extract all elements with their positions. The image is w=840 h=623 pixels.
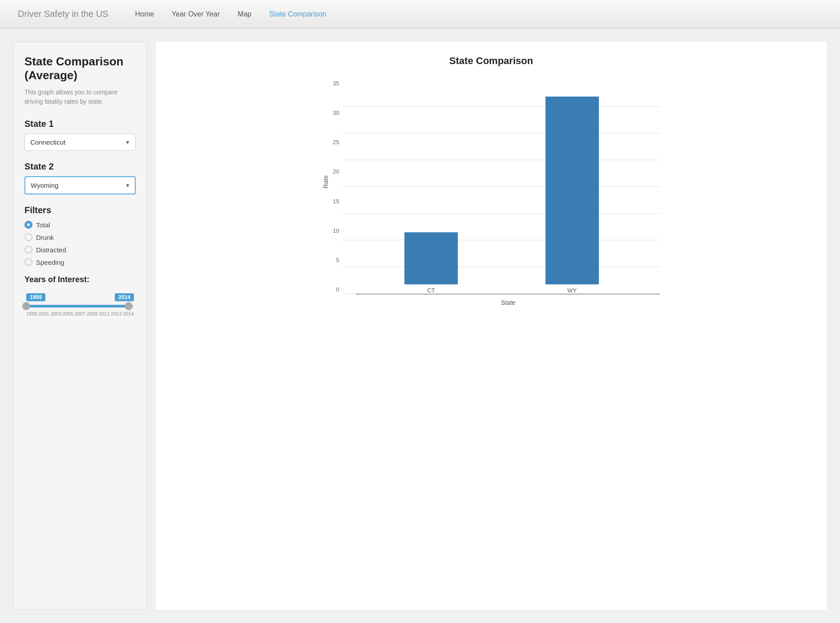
slider-thumb-left[interactable] — [22, 302, 30, 310]
radio-distracted-circle — [24, 246, 32, 254]
y-tick-20: 20 — [333, 168, 339, 175]
nav-home[interactable]: Home — [135, 10, 154, 18]
bars-and-grid: CT WY — [343, 80, 660, 294]
filter-speeding[interactable]: Speeding — [24, 258, 136, 266]
filter-drunk-label: Drunk — [36, 234, 54, 241]
state2-label: State 2 — [24, 162, 136, 172]
tick-2005: 2005 — [63, 311, 73, 316]
y-tick-10: 10 — [333, 227, 339, 234]
state2-select[interactable]: Wyoming Connecticut Alabama Alaska Arizo… — [24, 176, 136, 194]
tick-2014: 2014 — [123, 311, 134, 316]
year-ticks: 1999 2001 2003 2005 2007 2009 2011 2013 … — [26, 311, 134, 316]
y-tick-25: 25 — [333, 139, 339, 146]
state1-select-wrapper: Connecticut Wyoming Alabama Alaska Arizo… — [24, 134, 136, 151]
y-tick-15: 15 — [333, 198, 339, 205]
main-content: State Comparison (Average) This graph al… — [0, 28, 840, 623]
tick-2003: 2003 — [50, 311, 61, 316]
year-start-badge: 1999 — [26, 293, 45, 301]
chart-title: State Comparison — [449, 55, 533, 67]
state2-select-wrapper: Wyoming Connecticut Alabama Alaska Arizo… — [24, 176, 136, 194]
bars-row: CT WY — [343, 80, 660, 294]
tick-2007: 2007 — [75, 311, 85, 316]
chart-with-yaxis: Rate 35 30 25 20 15 10 5 0 — [322, 80, 660, 306]
chart-body: 35 30 25 20 15 10 5 0 — [333, 80, 660, 294]
chart-area: State Comparison Rate 35 30 25 20 15 10 … — [156, 42, 827, 610]
radio-total-circle — [24, 221, 32, 229]
nav-map[interactable]: Map — [238, 10, 251, 18]
bar-label-wy: WY — [567, 287, 577, 294]
radio-group: Total Drunk Distracted Speeding — [24, 221, 136, 266]
bar-rect-wy — [545, 97, 599, 284]
tick-2013: 2013 — [111, 311, 121, 316]
filter-distracted[interactable]: Distracted — [24, 246, 136, 254]
y-tick-30: 30 — [333, 109, 339, 116]
tick-2001: 2001 — [38, 311, 49, 316]
bar-rect-ct — [404, 232, 458, 284]
y-tick-0: 0 — [336, 286, 339, 293]
slider-thumb-right[interactable] — [125, 302, 133, 310]
x-axis-label: State — [356, 299, 660, 306]
years-section: Years of Interest: 1999 2014 1999 2001 2… — [24, 275, 136, 316]
x-axis-line — [356, 294, 660, 295]
nav-links: Home Year Over Year Map State Comparison — [135, 10, 326, 18]
year-slider[interactable]: 1999 2014 1999 2001 2003 2005 2007 2009 … — [24, 293, 136, 316]
sidebar-title: State Comparison (Average) — [24, 55, 136, 82]
chart-inner: 35 30 25 20 15 10 5 0 — [333, 80, 660, 306]
sidebar-description: This graph allows you to compare driving… — [24, 88, 136, 106]
radio-speeding-circle — [24, 258, 32, 266]
filter-speeding-label: Speeding — [36, 259, 64, 266]
years-title: Years of Interest: — [24, 275, 136, 284]
y-tick-35: 35 — [333, 80, 339, 87]
filter-total-label: Total — [36, 221, 50, 229]
tick-2011: 2011 — [99, 311, 109, 316]
bar-wy: WY — [545, 97, 599, 294]
year-end-badge: 2014 — [115, 293, 134, 301]
radio-drunk-circle — [24, 233, 32, 241]
filter-distracted-label: Distracted — [36, 246, 66, 254]
navbar-brand: Driver Safety in the US — [18, 9, 108, 19]
sidebar: State Comparison (Average) This graph al… — [13, 42, 147, 610]
filter-total[interactable]: Total — [24, 221, 136, 229]
y-tick-5: 5 — [336, 257, 339, 263]
bar-label-ct: CT — [427, 287, 435, 294]
navbar: Driver Safety in the US Home Year Over Y… — [0, 0, 840, 28]
slider-fill — [26, 305, 129, 307]
y-ticks: 35 30 25 20 15 10 5 0 — [333, 80, 343, 294]
tick-1999: 1999 — [26, 311, 37, 316]
filter-drunk[interactable]: Drunk — [24, 233, 136, 241]
state1-label: State 1 — [24, 119, 136, 129]
filters-title: Filters — [24, 205, 136, 215]
bar-ct: CT — [404, 232, 458, 294]
state1-select[interactable]: Connecticut Wyoming Alabama Alaska Arizo… — [24, 134, 136, 151]
slider-track[interactable] — [26, 305, 134, 307]
slider-labels: 1999 2014 — [26, 293, 134, 301]
y-axis-label: Rate — [322, 175, 329, 189]
nav-state-comparison[interactable]: State Comparison — [269, 10, 326, 18]
filters-section: Filters Total Drunk Distracted Speeding — [24, 205, 136, 266]
tick-2009: 2009 — [87, 311, 97, 316]
nav-year-over-year[interactable]: Year Over Year — [172, 10, 220, 18]
